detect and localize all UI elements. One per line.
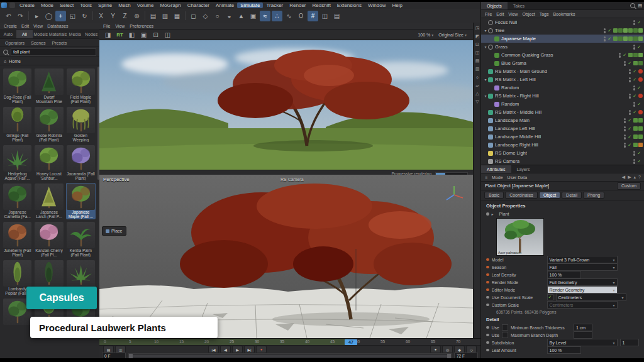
material-tag[interactable]	[638, 61, 643, 65]
asset-item-honey-locust-sunbur[interactable]: Honey Locust 'Sunbur...	[34, 145, 64, 181]
enabled-check[interactable]: ✓	[628, 134, 631, 140]
anim-dot[interactable]	[486, 341, 489, 344]
asset-item-ginkgo-fall-plant[interactable]: Ginkgo (Fall Plant)	[3, 106, 32, 143]
object-row-landscape-left-hill[interactable]: Landscape Left Hill✓	[481, 124, 644, 133]
section-tab-basic[interactable]: Basic	[484, 192, 504, 199]
material-tag[interactable]	[618, 36, 623, 41]
render-visibility-dot[interactable]	[629, 72, 631, 74]
object-row-rs-matrix-left-hill[interactable]: ▾RS Matrix - Left Hill✓	[481, 75, 644, 84]
zoom-level-dropdown[interactable]: 100 %▾	[418, 33, 433, 37]
tab-layers[interactable]: Layers	[511, 165, 536, 173]
material-tag[interactable]	[613, 28, 618, 33]
material-tag[interactable]	[628, 36, 633, 41]
material-tag[interactable]	[633, 126, 638, 131]
goto-start-button[interactable]: |◀	[208, 346, 219, 353]
menu-extensions[interactable]: Extensions	[334, 3, 365, 8]
redo-icon[interactable]: ↷	[15, 11, 26, 21]
viewport-solo-icon[interactable]: △	[474, 90, 480, 97]
editor-visibility-dot[interactable]	[624, 134, 626, 137]
snapshot-icon[interactable]: ◧	[126, 30, 137, 40]
region-render-icon[interactable]: ◫	[162, 30, 173, 40]
object-row-landscape-middle-hill[interactable]: Landscape Middle Hill✓	[481, 133, 644, 141]
menu-window[interactable]: Window	[365, 3, 389, 8]
magnet-tool-icon[interactable]: Ω	[296, 11, 306, 21]
value-field[interactable]: 1	[620, 339, 639, 346]
enabled-check[interactable]: ✓	[633, 77, 636, 82]
enabled-check[interactable]: ✓	[637, 102, 641, 107]
view-cube-icon[interactable]: ◳	[474, 25, 480, 31]
render-visibility-dot[interactable]	[604, 31, 606, 33]
undo-icon[interactable]: ↶	[3, 11, 14, 21]
visibility-dots[interactable]	[604, 28, 606, 33]
size-mode-dropdown[interactable]: Original Size▾	[438, 33, 467, 37]
select-tool-icon[interactable]: ▸	[31, 11, 42, 21]
asset-tab-auto[interactable]: Auto	[0, 30, 16, 38]
section-tab-object[interactable]: Object	[539, 192, 560, 199]
anim-dot[interactable]	[486, 326, 489, 329]
editor-visibility-dot[interactable]	[619, 53, 621, 55]
visibility-dots[interactable]	[629, 77, 631, 82]
redshift-material-tag[interactable]	[638, 110, 643, 114]
record-active-objects-icon[interactable]: ●	[430, 346, 441, 353]
material-tag[interactable]	[638, 118, 643, 123]
material-tag[interactable]	[633, 53, 638, 57]
visibility-dots[interactable]	[624, 143, 626, 148]
texture-mode-icon[interactable]: ⊡	[474, 41, 480, 48]
expand-arrow[interactable]: ▾	[483, 94, 488, 98]
tab-objects[interactable]: Objects	[481, 2, 508, 9]
object-row-rs-matrix-main-ground[interactable]: RS Matrix - Main Ground✓	[481, 67, 644, 75]
plant-thumbnail[interactable]: Acer palmatum	[496, 218, 544, 256]
material-tag[interactable]	[638, 134, 643, 139]
move-tool-icon[interactable]: +	[55, 11, 66, 21]
material-tag[interactable]	[633, 36, 638, 41]
material-tag[interactable]	[628, 53, 633, 57]
object-row-grass[interactable]: ▾Grass✓	[481, 43, 644, 51]
render-visibility-dot[interactable]	[633, 162, 636, 164]
menu-spline[interactable]: Spline	[95, 3, 115, 8]
material-tag[interactable]	[638, 143, 643, 147]
dropdown-centimeters[interactable]: Centimeters▾	[556, 293, 626, 301]
visibility-dots[interactable]	[624, 134, 626, 140]
editor-visibility-dot[interactable]	[633, 159, 636, 162]
redshift-material-tag[interactable]	[638, 77, 643, 82]
expand-arrow[interactable]: ▾	[483, 28, 488, 33]
lock-camera-icon[interactable]: ⊡	[150, 30, 161, 40]
menu-help[interactable]: Help	[389, 3, 405, 8]
dropdown-centimeters[interactable]: Centimeters▾	[547, 301, 618, 309]
editor-visibility-dot[interactable]	[629, 77, 631, 80]
asset-tab-nodes[interactable]: Nodes	[83, 30, 99, 38]
record-button[interactable]: ●	[256, 346, 267, 353]
section-tab-coordinates[interactable]: Coordinates	[505, 192, 538, 199]
editor-visibility-dot[interactable]	[624, 126, 626, 129]
render-visibility-dot[interactable]	[629, 112, 631, 115]
scale-tool-icon[interactable]: ◱	[67, 11, 78, 21]
material-tag[interactable]	[633, 61, 638, 65]
filter-icon[interactable]: ▤	[638, 3, 642, 8]
live-selection-icon[interactable]: ◯	[43, 11, 54, 21]
z-axis-lock-icon[interactable]: Z	[119, 11, 130, 21]
menu-mesh[interactable]: Mesh	[115, 3, 134, 8]
enabled-check[interactable]: ✓	[608, 28, 611, 33]
checkbox[interactable]: ✓	[547, 294, 553, 300]
enabled-check[interactable]: ✓	[608, 36, 611, 41]
asset-item-dog-rose-fall-plant[interactable]: Dog-Rose (Fall Plant)	[3, 68, 32, 104]
value-field[interactable]	[574, 331, 592, 339]
material-tag[interactable]	[623, 28, 628, 33]
asset-subtab-operators[interactable]: Operators	[5, 41, 25, 45]
menu-create[interactable]: Create	[16, 3, 38, 8]
material-tag[interactable]	[633, 143, 638, 147]
render-view-icon[interactable]: ▤	[148, 11, 158, 21]
editor-visibility-dot[interactable]	[633, 45, 636, 47]
object-row-japanese-maple[interactable]: Japanese Maple✓	[481, 35, 644, 43]
menu-mode-icon[interactable]	[9, 3, 15, 8]
axis-mode-icon[interactable]: ▱	[474, 82, 480, 89]
editor-visibility-dot[interactable]	[604, 36, 606, 39]
anim-dot[interactable]	[486, 212, 489, 216]
material-tag[interactable]	[638, 126, 643, 131]
timeline-ruler[interactable]: 0510152025303540455055606570 47	[99, 339, 480, 346]
tab-attributes[interactable]: Attributes	[481, 165, 511, 173]
editor-visibility-dot[interactable]	[624, 61, 626, 63]
perspective-viewport[interactable]: Perspective RS Camera Place	[99, 175, 473, 338]
asset-item-hedgehog-agave-fall[interactable]: Hedgehog Agave (Fall ...	[3, 145, 32, 181]
anim-dot[interactable]	[486, 273, 489, 277]
